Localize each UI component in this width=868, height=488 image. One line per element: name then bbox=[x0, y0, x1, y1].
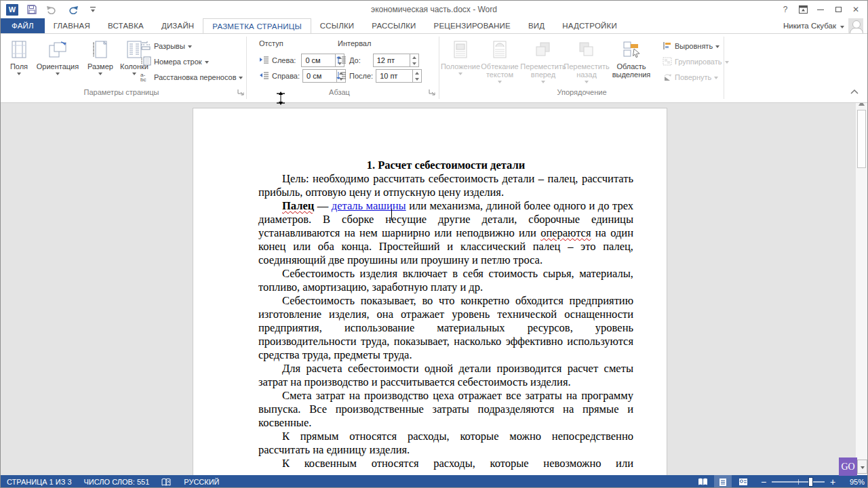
status-bar-right: − + 95% bbox=[694, 475, 865, 488]
minimize-button[interactable] bbox=[812, 2, 829, 17]
ribbon-display-options-button[interactable] bbox=[794, 2, 812, 17]
wrap-text-button: Обтекание текстом bbox=[479, 37, 520, 87]
term-palec: Палец bbox=[282, 199, 314, 212]
selection-pane-icon bbox=[622, 39, 641, 60]
indent-left-icon bbox=[259, 56, 269, 65]
page-indicator[interactable]: СТРАНИЦА 1 ИЗ 3 bbox=[1, 475, 78, 488]
go-overlay-dropdown[interactable] bbox=[857, 460, 867, 474]
hyphenation-button[interactable]: a- bc Расстановка переносов bbox=[140, 71, 243, 83]
tab-page-layout[interactable]: РАЗМЕТКА СТРАНИЦЫ bbox=[203, 18, 311, 33]
undo-icon[interactable] bbox=[45, 3, 59, 16]
position-dropdown-icon bbox=[458, 73, 462, 75]
document-area: 1. Расчет себестоимости детали Цель: нео… bbox=[1, 103, 867, 475]
paragraph-dialog-launcher[interactable] bbox=[429, 89, 436, 96]
spacing-after-row: После: 10 пт bbox=[336, 69, 422, 83]
user-account[interactable]: Никита Скубак bbox=[783, 18, 863, 33]
breaks-icon bbox=[140, 41, 151, 52]
hyphenation-icon: a- bc bbox=[140, 73, 151, 82]
indent-left-label: Слева: bbox=[272, 56, 296, 64]
close-button[interactable]: ✕ bbox=[847, 2, 865, 17]
tab-review[interactable]: РЕЦЕНЗИРОВАНИЕ bbox=[425, 18, 519, 33]
spacing-header: Интервал bbox=[338, 39, 371, 47]
group-label-page-setup: Параметры страницы bbox=[6, 88, 237, 96]
zoom-slider[interactable]: − + bbox=[760, 479, 836, 485]
margins-dropdown-icon bbox=[17, 73, 21, 75]
ribbon-tab-row: ФАЙЛ ГЛАВНАЯ ВСТАВКА ДИЗАЙН РАЗМЕТКА СТР… bbox=[1, 18, 867, 33]
send-backward-icon bbox=[578, 39, 595, 60]
spacing-before-row: До: 12 пт bbox=[336, 54, 419, 67]
tab-addins[interactable]: НАДСТРОЙКИ bbox=[553, 18, 626, 33]
text-caret bbox=[391, 209, 392, 220]
paragraph-goal: Цель: необходимо рассчитать себестоимост… bbox=[258, 172, 633, 199]
avatar[interactable] bbox=[848, 18, 863, 33]
spacing-after-field[interactable]: 10 пт bbox=[376, 69, 422, 83]
page-text: 1. Расчет себестоимости детали Цель: нео… bbox=[193, 108, 667, 470]
paragraph-direct: К прямым относятся расходы, которые можн… bbox=[258, 430, 633, 457]
paragraph-smeta: Смета затрат на производство цеха отража… bbox=[258, 389, 633, 430]
misspelled-word: операются bbox=[540, 226, 591, 239]
tab-mailings[interactable]: РАССЫЛКИ bbox=[363, 18, 425, 33]
selection-pane-button[interactable]: Область выделения bbox=[610, 37, 653, 87]
line-numbers-button[interactable]: Номера строк bbox=[140, 56, 209, 68]
spacing-before-label: До: bbox=[349, 56, 361, 64]
collapse-ribbon-button[interactable] bbox=[850, 87, 861, 96]
group-label-arrange: Упорядочение bbox=[443, 88, 721, 96]
zoom-out-icon[interactable]: − bbox=[760, 479, 767, 485]
rotate-dropdown-icon bbox=[714, 77, 718, 79]
zoom-track[interactable] bbox=[772, 481, 825, 483]
document-heading: 1. Расчет себестоимости детали bbox=[258, 159, 633, 172]
columns-dropdown-icon bbox=[132, 73, 136, 75]
tab-design[interactable]: ДИЗАЙН bbox=[153, 18, 203, 33]
tab-view[interactable]: ВИД bbox=[519, 18, 553, 33]
vertical-scrollbar[interactable] bbox=[855, 97, 867, 475]
spacing-after-spinner[interactable] bbox=[412, 70, 421, 82]
line-numbers-icon bbox=[140, 56, 151, 67]
paragraph-cost-includes: Себестоимость изделия включает в себя ст… bbox=[258, 267, 633, 294]
web-layout-icon[interactable] bbox=[734, 475, 752, 488]
proofing-icon[interactable] bbox=[155, 475, 178, 488]
tab-references[interactable]: ССЫЛКИ bbox=[311, 18, 363, 33]
position-icon bbox=[453, 39, 468, 60]
go-overlay-badge[interactable]: GO bbox=[839, 458, 857, 476]
paragraph-indirect: К косвенным относятся расходы, которые н… bbox=[258, 457, 633, 470]
redo-icon[interactable] bbox=[66, 3, 79, 16]
margins-button[interactable]: Поля bbox=[6, 37, 32, 87]
save-icon[interactable] bbox=[25, 3, 39, 16]
align-icon bbox=[663, 41, 672, 52]
page-setup-dialog-launcher[interactable] bbox=[237, 89, 245, 96]
scrollbar-thumb[interactable] bbox=[857, 110, 866, 168]
tab-home[interactable]: ГЛАВНАЯ bbox=[45, 18, 99, 33]
tab-file[interactable]: ФАЙЛ bbox=[1, 18, 45, 33]
indent-right-label: Справа: bbox=[272, 72, 300, 80]
print-layout-icon[interactable] bbox=[714, 475, 732, 488]
indent-right-icon bbox=[259, 71, 269, 81]
send-backward-dropdown-icon bbox=[585, 81, 589, 83]
language-indicator[interactable]: РУССКИЙ bbox=[178, 475, 225, 488]
restore-button[interactable] bbox=[829, 2, 847, 17]
tab-insert[interactable]: ВСТАВКА bbox=[99, 18, 153, 33]
spacing-before-field[interactable]: 12 пт bbox=[373, 54, 419, 67]
zoom-thumb[interactable] bbox=[808, 477, 813, 487]
window-title: экономическая часть.docx - Word bbox=[1, 5, 867, 14]
status-bar: СТРАНИЦА 1 ИЗ 3 ЧИСЛО СЛОВ: 551 РУССКИЙ … bbox=[1, 475, 867, 488]
breaks-button[interactable]: Разрывы bbox=[140, 40, 192, 52]
spacing-after-label: После: bbox=[349, 72, 373, 80]
zoom-in-icon[interactable]: + bbox=[829, 479, 836, 485]
document-page[interactable]: 1. Расчет себестоимости детали Цель: нео… bbox=[193, 108, 667, 488]
hyperlink-detal-mashiny[interactable]: деталь машины bbox=[332, 199, 406, 212]
spacing-before-spinner[interactable] bbox=[410, 54, 418, 66]
size-button[interactable]: Размер bbox=[85, 37, 116, 87]
orientation-button[interactable]: Ориентация bbox=[33, 37, 82, 87]
customize-qat-icon[interactable] bbox=[86, 3, 100, 16]
group-icon bbox=[663, 57, 672, 67]
title-bar: W экономическая часть.docx - Word ? ✕ bbox=[1, 1, 867, 18]
align-button[interactable]: Выровнять bbox=[663, 40, 719, 52]
size-icon bbox=[92, 39, 108, 60]
position-button: Положение bbox=[443, 37, 478, 87]
read-mode-icon[interactable] bbox=[694, 475, 711, 488]
help-button[interactable]: ? bbox=[776, 2, 794, 17]
word-count[interactable]: ЧИСЛО СЛОВ: 551 bbox=[78, 475, 156, 488]
zoom-percentage[interactable]: 95% bbox=[842, 478, 865, 486]
spacing-after-icon bbox=[336, 71, 347, 81]
wrap-text-dropdown-icon bbox=[498, 81, 502, 83]
